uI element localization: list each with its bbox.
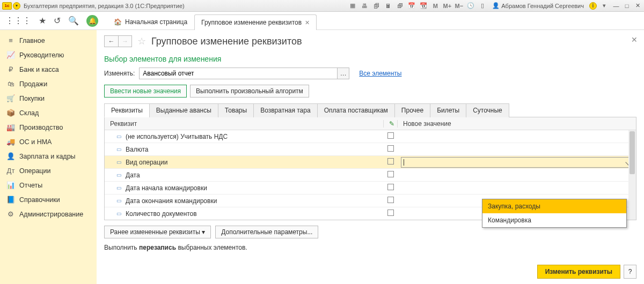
favorite-star-icon[interactable]: ★ xyxy=(39,16,46,26)
sidebar-item-purchases[interactable]: 🛒Покупки xyxy=(0,91,97,106)
row-checkbox[interactable] xyxy=(387,171,394,177)
apps-grid-icon[interactable]: ⋮⋮⋮ xyxy=(5,16,31,26)
change-type-input[interactable] xyxy=(139,68,338,79)
favorite-outline-icon[interactable]: ☆ xyxy=(137,35,146,47)
tab-group-edit-label: Групповое изменение реквизитов xyxy=(201,19,302,26)
sidebar-label: Банк и касса xyxy=(19,66,59,73)
page-close-icon[interactable]: ✕ xyxy=(631,35,638,44)
sidebar-item-main[interactable]: ≡Главное xyxy=(0,33,97,48)
table-row[interactable]: ▭Дата xyxy=(105,169,636,182)
nav-back-button[interactable]: ← xyxy=(104,35,118,47)
mode-algorithm-button[interactable]: Выполнить произвольный алгоритм xyxy=(190,85,309,98)
zoom-mplus-icon[interactable]: M+ xyxy=(443,2,451,10)
row-checkbox[interactable] xyxy=(387,184,394,190)
extra-params-button[interactable]: Дополнительные параметры... xyxy=(215,226,318,238)
field-icon: ▭ xyxy=(116,185,121,191)
history-icon[interactable]: ↺ xyxy=(54,16,61,26)
all-elements-link[interactable]: Все элементы xyxy=(359,70,401,77)
zoom-m-icon[interactable]: M xyxy=(431,2,440,10)
help-button[interactable]: ? xyxy=(624,265,636,279)
user-indicator[interactable]: 👤 Абрамов Геннадий Сергеевич xyxy=(490,2,586,9)
section-sidebar: ≡Главное 📈Руководителю ₽Банк и касса 🛍Пр… xyxy=(0,30,97,284)
sidebar-icon-main: ≡ xyxy=(6,36,15,44)
sidebar-icon: 🏭 xyxy=(6,123,15,131)
field-icon: ▭ xyxy=(116,172,121,178)
window-close-icon[interactable]: ✕ xyxy=(633,2,642,10)
sidebar-label: Главное xyxy=(19,37,45,44)
chevron-down-icon: ▾ xyxy=(202,228,205,236)
info-icon[interactable]: i xyxy=(589,2,597,10)
table-row-selected[interactable]: ▭Вид операции xyxy=(105,156,636,169)
row-checkbox[interactable] xyxy=(387,210,394,216)
tab-home[interactable]: 🏠 Начальная страница xyxy=(107,14,194,29)
notifications-bell-icon[interactable]: 🔔 xyxy=(86,15,98,27)
window-minimize-icon[interactable]: — xyxy=(612,2,620,10)
document-icon[interactable]: 🗐 xyxy=(372,2,380,10)
info-drop-icon[interactable]: ▾ xyxy=(600,2,609,10)
main-pane: ✕ ← → ☆ Групповое изменение реквизитов В… xyxy=(97,30,644,284)
clock-icon[interactable]: 🕓 xyxy=(466,2,475,10)
col-requisite-header[interactable]: Реквизит xyxy=(105,120,384,128)
intab-requisites[interactable]: Реквизиты xyxy=(104,103,150,117)
zoom-mminus-icon[interactable]: M− xyxy=(455,2,463,10)
sidebar-item-warehouse[interactable]: 📦Склад xyxy=(0,106,97,120)
intab-advances[interactable]: Выданные авансы xyxy=(149,103,218,117)
table-row[interactable]: ▭Дата начала командировки xyxy=(105,182,636,195)
apply-changes-button[interactable]: Изменить реквизиты xyxy=(537,265,620,279)
row-checkbox[interactable] xyxy=(387,197,394,203)
sidebar-item-bank[interactable]: ₽Банк и касса xyxy=(0,62,97,77)
dropdown-option-trip[interactable]: Командировка xyxy=(482,213,626,227)
print-icon[interactable]: 🖶 xyxy=(360,2,369,10)
intab-tickets[interactable]: Билеты xyxy=(430,103,466,117)
tb-icon-grid[interactable]: ▦ xyxy=(348,2,357,10)
mode-new-values-button[interactable]: Ввести новые значения xyxy=(104,85,187,98)
tb-icon-5[interactable]: 🗊 xyxy=(396,2,404,10)
field-icon: ▭ xyxy=(116,198,121,204)
calendar-icon[interactable]: 📅 xyxy=(407,2,416,10)
home-icon: 🏠 xyxy=(114,18,122,26)
sidebar-item-manager[interactable]: 📈Руководителю xyxy=(0,48,97,62)
row-label: Дата окончания командировки xyxy=(126,197,217,205)
book-icon[interactable]: ▯ xyxy=(478,2,487,10)
sidebar-label: Производство xyxy=(19,124,63,131)
row-checkbox[interactable] xyxy=(387,145,394,152)
sidebar-item-reports[interactable]: 📊Отчеты xyxy=(0,178,97,192)
sidebar-item-admin[interactable]: ⚙Администрирование xyxy=(0,207,97,221)
intab-goods[interactable]: Товары xyxy=(218,103,254,117)
intab-payments[interactable]: Оплата поставщикам xyxy=(317,103,395,117)
sidebar-icon: ⚙ xyxy=(6,210,15,218)
calendar2-icon[interactable]: 📆 xyxy=(419,2,428,10)
table-row[interactable]: ▭Валюта xyxy=(105,143,636,156)
col-newvalue-header[interactable]: Новое значение xyxy=(398,120,636,128)
change-type-picker-button[interactable]: … xyxy=(338,68,349,79)
sidebar-item-assets[interactable]: 🚚ОС и НМА xyxy=(0,134,97,149)
search-icon[interactable]: 🔍 xyxy=(68,16,79,26)
intab-other[interactable]: Прочее xyxy=(394,103,430,117)
sidebar-item-sales[interactable]: 🛍Продажи xyxy=(0,77,97,91)
sidebar-item-operations[interactable]: ДтОперации xyxy=(0,163,97,178)
row-checkbox[interactable] xyxy=(387,158,394,165)
table-scrollbar[interactable] xyxy=(628,130,636,220)
table-row[interactable]: ▭(не используется) Учитывать НДС xyxy=(105,130,636,143)
window-maximize-icon[interactable]: □ xyxy=(623,2,631,10)
dropdown-option-purchase[interactable]: Закупка, расходы xyxy=(482,199,626,213)
sidebar-item-catalogs[interactable]: 📘Справочники xyxy=(0,192,97,207)
tab-close-icon[interactable]: ✕ xyxy=(305,19,310,26)
sidebar-item-salary[interactable]: 👤Зарплата и кадры xyxy=(0,149,97,163)
titlebar-tool-icons: ▦ 🖶 🗐 🖩 🗊 📅 📆 M M+ M− 🕓 ▯ 👤 Абрамов Генн… xyxy=(348,2,609,10)
nav-forward-button[interactable]: → xyxy=(118,35,132,47)
app-menu-dropdown-icon[interactable]: ▾ xyxy=(13,2,20,10)
row-checkbox[interactable] xyxy=(387,132,394,139)
page-tabs: 🏠 Начальная страница Групповое изменение… xyxy=(107,12,317,29)
col-edit-header-icon[interactable]: ✎ xyxy=(384,120,398,128)
sidebar-item-production[interactable]: 🏭Производство xyxy=(0,120,97,134)
prev-changed-button[interactable]: Ранее измененные реквизиты ▾ xyxy=(104,226,211,238)
tab-group-edit[interactable]: Групповое изменение реквизитов ✕ xyxy=(194,14,317,30)
change-label: Изменять: xyxy=(104,70,135,77)
calc-icon[interactable]: 🖩 xyxy=(384,2,392,10)
scrollbar-thumb[interactable] xyxy=(630,131,635,174)
intab-daily[interactable]: Суточные xyxy=(466,103,509,117)
row-label: Дата xyxy=(126,171,140,179)
value-editor-input[interactable] xyxy=(401,157,632,168)
intab-returnable[interactable]: Возвратная тара xyxy=(253,103,318,117)
